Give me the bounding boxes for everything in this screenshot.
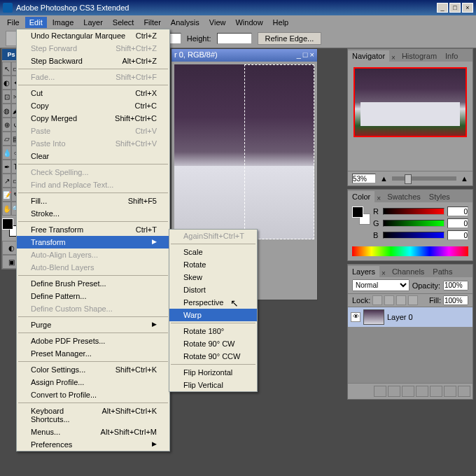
mi-paste-into[interactable]: Paste IntoShift+Ctrl+V	[17, 137, 169, 150]
mi-transform[interactable]: Transform▶	[17, 236, 169, 248]
mi-auto-align[interactable]: Auto-Align Layers...	[17, 248, 169, 261]
smi-rotate-90ccw[interactable]: Rotate 90° CCW	[169, 350, 257, 363]
smi-rotate-180[interactable]: Rotate 180°	[169, 325, 257, 337]
notes-tool[interactable]: 📝	[2, 188, 11, 202]
lasso-tool[interactable]: ◐	[2, 76, 11, 90]
r-slider[interactable]	[383, 208, 444, 215]
blur-tool[interactable]: 💧	[2, 146, 11, 160]
visibility-icon[interactable]: 👁	[351, 312, 360, 322]
tab-layers[interactable]: Layers	[348, 266, 379, 277]
mi-copy[interactable]: CopyCtrl+C	[17, 99, 169, 112]
mi-free-transform[interactable]: Free TransformCtrl+T	[17, 223, 169, 236]
height-input[interactable]	[217, 33, 252, 44]
pen-tool[interactable]: ✒	[2, 160, 11, 174]
mi-preferences[interactable]: Preferences▶	[17, 438, 169, 451]
layer-name[interactable]: Layer 0	[387, 313, 413, 321]
mask-icon[interactable]	[402, 386, 414, 397]
zoom-input[interactable]	[352, 174, 376, 183]
menu-file[interactable]: File	[3, 17, 24, 28]
mi-assign-profile[interactable]: Assign Profile...	[17, 376, 169, 388]
smi-rotate-90cw[interactable]: Rotate 90° CW	[169, 337, 257, 350]
mi-preset-manager[interactable]: Preset Manager...	[17, 347, 169, 360]
mi-fill[interactable]: Fill...Shift+F5	[17, 195, 169, 207]
mi-paste[interactable]: PasteCtrl+V	[17, 125, 169, 137]
minimize-button[interactable]: _	[437, 3, 448, 13]
crop-tool[interactable]: ⊡	[2, 90, 11, 104]
mi-stroke[interactable]: Stroke...	[17, 207, 169, 220]
lock-pos-icon[interactable]	[396, 295, 406, 305]
menu-layer[interactable]: Layer	[79, 17, 107, 28]
mi-menus[interactable]: Menus...Alt+Shift+Ctrl+M	[17, 426, 169, 438]
doc-controls[interactable]: _ □ ×	[297, 50, 314, 60]
menu-help[interactable]: Help	[269, 17, 293, 28]
mi-keyboard-shortcuts[interactable]: Keyboard Shortcuts...Alt+Shift+Ctrl+K	[17, 405, 169, 426]
zoom-in-icon[interactable]: ▲	[461, 174, 468, 183]
mi-undo[interactable]: Undo Rectangular MarqueeCtrl+Z	[17, 29, 169, 42]
b-slider[interactable]	[383, 232, 444, 239]
menu-window[interactable]: Window	[231, 17, 267, 28]
mi-clear[interactable]: Clear	[17, 150, 169, 162]
tab-color[interactable]: Color	[348, 191, 374, 202]
link-icon[interactable]	[374, 386, 386, 397]
zoom-slider[interactable]	[392, 176, 456, 181]
smi-again[interactable]: AgainShift+Ctrl+T	[169, 230, 257, 242]
tab-channels[interactable]: Channels	[388, 266, 428, 277]
maximize-button[interactable]: □	[449, 3, 461, 13]
mi-auto-blend[interactable]: Auto-Blend Layers	[17, 261, 169, 274]
smi-distort[interactable]: Distort	[169, 284, 257, 296]
menu-view[interactable]: View	[205, 17, 230, 28]
close-button[interactable]: ×	[462, 3, 473, 13]
mi-color-settings[interactable]: Color Settings...Shift+Ctrl+K	[17, 363, 169, 376]
mi-step-backward[interactable]: Step BackwardAlt+Ctrl+Z	[17, 55, 169, 67]
menu-edit[interactable]: Edit	[25, 17, 47, 28]
tab-navigator[interactable]: Navigator	[348, 50, 389, 62]
menu-filter[interactable]: Filter	[139, 17, 164, 28]
layer-row[interactable]: 👁 Layer 0	[348, 307, 472, 327]
refine-edge-button[interactable]: Refine Edge...	[258, 32, 322, 45]
r-input[interactable]	[447, 206, 468, 216]
trash-icon[interactable]	[458, 386, 470, 397]
mi-spelling[interactable]: Check Spelling...	[17, 166, 169, 178]
mi-find[interactable]: Find and Replace Text...	[17, 178, 169, 191]
mi-define-pattern[interactable]: Define Pattern...	[17, 290, 169, 302]
adjustment-icon[interactable]	[416, 386, 428, 397]
move-tool[interactable]: ↖	[2, 62, 11, 76]
mi-define-brush[interactable]: Define Brush Preset...	[17, 277, 169, 290]
fx-icon[interactable]	[388, 386, 400, 397]
fg-bg-swatch[interactable]	[352, 206, 370, 225]
tab-info[interactable]: Info	[441, 50, 462, 62]
mi-cut[interactable]: CutCtrl+X	[17, 87, 169, 99]
canvas[interactable]	[174, 64, 314, 239]
tab-swatches[interactable]: Swatches	[383, 191, 425, 202]
new-layer-icon[interactable]	[444, 386, 456, 397]
lock-all-icon[interactable]	[408, 295, 418, 305]
zoom-out-icon[interactable]: ▲	[380, 174, 388, 183]
smi-flip-h[interactable]: Flip Horizontal	[169, 366, 257, 379]
smi-perspective[interactable]: Perspective	[169, 296, 257, 309]
mi-define-shape[interactable]: Define Custom Shape...	[17, 302, 169, 315]
smi-scale[interactable]: Scale	[169, 246, 257, 258]
lock-pixels-icon[interactable]	[384, 295, 394, 305]
g-input[interactable]	[447, 218, 468, 228]
b-input[interactable]	[447, 230, 468, 240]
lock-trans-icon[interactable]	[372, 295, 382, 305]
menu-image[interactable]: Image	[48, 17, 78, 28]
menu-select[interactable]: Select	[108, 17, 139, 28]
fill-input[interactable]	[443, 295, 468, 305]
tab-paths[interactable]: Paths	[428, 266, 456, 277]
group-icon[interactable]	[430, 386, 442, 397]
mi-pdf-presets[interactable]: Adobe PDF Presets...	[17, 335, 169, 347]
stamp-tool[interactable]: ⊕	[2, 118, 11, 132]
tab-histogram[interactable]: Histogram	[398, 50, 441, 62]
smi-flip-v[interactable]: Flip Vertical	[169, 379, 257, 391]
layer-thumbnail[interactable]	[363, 309, 384, 325]
g-slider[interactable]	[383, 220, 444, 227]
tab-styles[interactable]: Styles	[425, 191, 454, 202]
menu-analysis[interactable]: Analysis	[167, 17, 204, 28]
smi-skew[interactable]: Skew	[169, 271, 257, 284]
navigator-thumbnail[interactable]	[354, 67, 467, 137]
blend-mode-select[interactable]: Normal	[352, 279, 410, 291]
mi-fade[interactable]: Fade...Shift+Ctrl+F	[17, 71, 169, 83]
smi-rotate[interactable]: Rotate	[169, 258, 257, 271]
heal-tool[interactable]: ◍	[2, 104, 11, 118]
